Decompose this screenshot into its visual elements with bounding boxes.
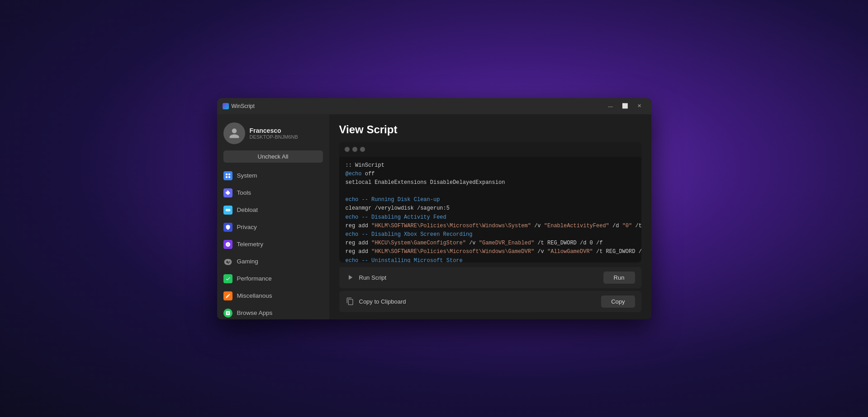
- app-window: WinScript — ⬜ ✕ Francesco DESKTOP-BNJM6N…: [217, 98, 651, 319]
- titlebar-title: WinScript: [232, 103, 604, 109]
- sidebar-label-debloat: Debloat: [237, 206, 258, 213]
- svg-rect-0: [226, 173, 228, 175]
- sidebar-item-tools[interactable]: Tools: [217, 184, 329, 201]
- clipboard-icon: [346, 297, 355, 306]
- system-icon: [223, 171, 232, 180]
- sidebar-label-miscellanous: Miscellanous: [237, 292, 272, 299]
- sidebar-item-privacy[interactable]: Privacy: [217, 219, 329, 236]
- traffic-dot-2: [352, 147, 357, 152]
- performance-icon: [223, 274, 232, 283]
- code-titlebar: [339, 142, 641, 157]
- code-line: [346, 187, 635, 196]
- sidebar-item-performance[interactable]: Performance: [217, 270, 329, 287]
- run-icon: [346, 273, 355, 282]
- sidebar-label-browse-apps: Browse Apps: [237, 309, 273, 316]
- code-line: echo -- Uninstalling Microsoft Store: [346, 257, 635, 262]
- user-section: Francesco DESKTOP-BNJM6NB: [217, 119, 329, 150]
- titlebar: WinScript — ⬜ ✕: [217, 98, 651, 114]
- app-icon: [223, 103, 229, 109]
- sidebar-item-browse-apps[interactable]: Browse Apps: [217, 305, 329, 319]
- gaming-icon: [223, 257, 232, 266]
- code-window: :: WinScript @echo off setlocal EnableEx…: [339, 142, 641, 262]
- privacy-icon: [223, 223, 232, 232]
- code-line: reg add "HKCU\System\GameConfigStore" /v…: [346, 239, 635, 248]
- avatar: [223, 122, 245, 144]
- code-line: :: WinScript: [346, 161, 635, 170]
- sidebar-item-system[interactable]: System: [217, 167, 329, 184]
- copy-left: Copy to Clipboard: [346, 297, 406, 306]
- run-script-label: Run Script: [359, 274, 387, 281]
- copy-button[interactable]: Copy: [601, 295, 635, 308]
- page-title: View Script: [339, 123, 641, 136]
- sidebar-label-tools: Tools: [237, 189, 251, 196]
- user-info: Francesco DESKTOP-BNJM6NB: [250, 127, 298, 140]
- svg-rect-3: [228, 176, 230, 178]
- run-button[interactable]: Run: [603, 272, 635, 284]
- maximize-button[interactable]: ⬜: [619, 102, 631, 111]
- sidebar-item-telemetry[interactable]: Telemetry: [217, 236, 329, 253]
- code-line: cleanmgr /verylowdisk /sagerun:5: [346, 204, 635, 213]
- window-controls: — ⬜ ✕: [604, 102, 646, 111]
- code-line: echo -- Disabling Activity Feed: [346, 213, 635, 222]
- code-line: setlocal EnableExtensions DisableDelayed…: [346, 178, 635, 187]
- main-content: View Script :: WinScript @echo off setlo…: [329, 114, 651, 319]
- close-button[interactable]: ✕: [633, 102, 646, 111]
- copy-clipboard-label: Copy to Clipboard: [359, 298, 406, 305]
- sidebar-label-telemetry: Telemetry: [237, 241, 264, 248]
- copy-clipboard-row: Copy to Clipboard Copy: [339, 291, 641, 312]
- svg-rect-2: [226, 176, 228, 178]
- code-line: echo -- Running Disk Clean-up: [346, 196, 635, 204]
- run-script-left: Run Script: [346, 273, 387, 282]
- code-line: @echo off: [346, 170, 635, 178]
- action-bar: Run Script Run Copy to Clipboard Copy: [339, 267, 641, 312]
- code-line: reg add "HKLM\SOFTWARE\Policies\Microsof…: [346, 248, 635, 256]
- traffic-dot-1: [345, 147, 350, 152]
- traffic-dot-3: [360, 147, 365, 152]
- uncheck-all-button[interactable]: Uncheck All: [223, 150, 323, 163]
- svg-rect-1: [228, 173, 230, 175]
- user-name: Francesco: [250, 127, 298, 134]
- user-machine: DESKTOP-BNJM6NB: [250, 134, 298, 140]
- tools-icon: [223, 188, 232, 197]
- browse-icon: [223, 309, 232, 318]
- code-line: reg add "HKLM\SOFTWARE\Policies\Microsof…: [346, 222, 635, 230]
- code-line: echo -- Disabling Xbox Screen Recording: [346, 230, 635, 239]
- misc-icon: [223, 291, 232, 300]
- run-script-row: Run Script Run: [339, 267, 641, 288]
- sidebar-label-performance: Performance: [237, 275, 272, 282]
- sidebar-label-system: System: [237, 172, 257, 179]
- debloat-icon: [223, 206, 232, 215]
- sidebar-item-debloat[interactable]: Debloat: [217, 201, 329, 219]
- sidebar-label-gaming: Gaming: [237, 258, 258, 265]
- telemetry-icon: [223, 240, 232, 249]
- sidebar-item-miscellanous[interactable]: Miscellanous: [217, 287, 329, 305]
- sidebar: Francesco DESKTOP-BNJM6NB Uncheck All Sy…: [217, 114, 329, 319]
- content-area: Francesco DESKTOP-BNJM6NB Uncheck All Sy…: [217, 114, 651, 319]
- minimize-button[interactable]: —: [604, 102, 617, 111]
- code-area[interactable]: :: WinScript @echo off setlocal EnableEx…: [339, 157, 641, 262]
- sidebar-label-privacy: Privacy: [237, 224, 257, 230]
- sidebar-item-gaming[interactable]: Gaming: [217, 253, 329, 270]
